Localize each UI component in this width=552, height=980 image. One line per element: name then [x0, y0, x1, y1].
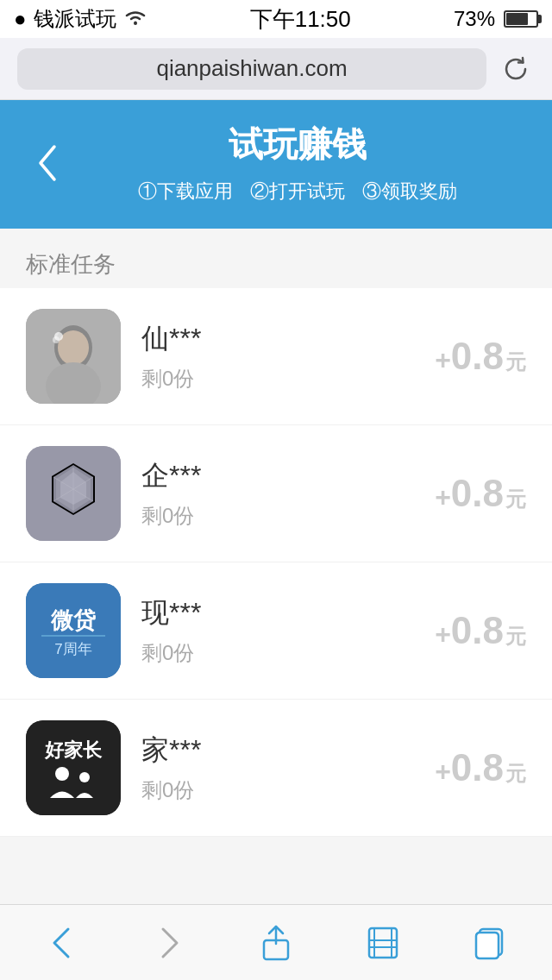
- svg-point-21: [55, 767, 69, 781]
- svg-rect-25: [374, 928, 392, 958]
- task-icon-wei: 微贷 7周年: [26, 583, 121, 678]
- task-name: 企***: [141, 457, 435, 495]
- header-title: 试玩赚钱: [229, 121, 367, 168]
- svg-text:7周年: 7周年: [54, 641, 91, 657]
- battery-percent: 73%: [454, 7, 495, 31]
- header-banner: 试玩赚钱 ①下载应用 ②打开试玩 ③领取奖励: [0, 100, 552, 229]
- svg-point-6: [53, 336, 60, 343]
- status-right: 73%: [454, 7, 538, 31]
- task-info: 仙*** 剩0份: [141, 320, 435, 393]
- task-remain: 剩0份: [141, 502, 435, 530]
- url-bar[interactable]: qianpaishiwan.com: [17, 48, 486, 90]
- reward-plus: +: [435, 344, 451, 376]
- task-icon-xian: [26, 309, 121, 404]
- status-bar: ● 钱派试玩 下午11:50 73%: [0, 0, 552, 38]
- task-remain: 剩0份: [141, 639, 435, 667]
- section-label: 标准任务: [0, 229, 552, 288]
- app-name-icon: ●: [14, 7, 27, 31]
- svg-rect-27: [476, 933, 499, 958]
- refresh-button[interactable]: [497, 50, 535, 88]
- svg-rect-19: [26, 720, 121, 815]
- reward-unit: 元: [505, 760, 526, 788]
- reward-unit: 元: [505, 623, 526, 650]
- task-info: 企*** 剩0份: [141, 457, 435, 530]
- url-text: qianpaishiwan.com: [156, 55, 347, 82]
- battery-icon: [504, 10, 538, 28]
- reward-plus: +: [435, 756, 451, 788]
- status-time: 下午11:50: [250, 4, 351, 35]
- task-list: 仙*** 剩0份 +0.8元: [0, 288, 552, 837]
- reward-unit: 元: [505, 349, 526, 376]
- wifi-icon: [123, 7, 147, 31]
- task-item[interactable]: 企*** 剩0份 +0.8元: [0, 425, 552, 562]
- task-item[interactable]: 仙*** 剩0份 +0.8元: [0, 288, 552, 425]
- svg-rect-17: [41, 635, 105, 637]
- status-left: ● 钱派试玩: [14, 5, 147, 33]
- task-reward: +0.8元: [435, 472, 526, 515]
- nav-bookmark-button[interactable]: [329, 905, 436, 981]
- reward-amount: 0.8: [451, 472, 504, 515]
- task-name: 家***: [141, 732, 435, 770]
- task-info: 家*** 剩0份: [141, 732, 435, 804]
- bottom-nav: [0, 904, 552, 980]
- svg-rect-24: [369, 928, 397, 958]
- nav-back-button[interactable]: [9, 905, 116, 981]
- svg-point-22: [79, 772, 90, 782]
- task-reward: +0.8元: [435, 609, 526, 652]
- task-name: 仙***: [141, 320, 435, 358]
- back-button[interactable]: [26, 141, 69, 185]
- task-remain: 剩0份: [141, 776, 435, 804]
- nav-share-button[interactable]: [223, 905, 329, 981]
- task-reward: +0.8元: [435, 335, 526, 378]
- svg-text:好家长: 好家长: [44, 739, 103, 761]
- reward-plus: +: [435, 619, 451, 650]
- reward-amount: 0.8: [451, 335, 504, 378]
- task-item[interactable]: 微贷 7周年 现*** 剩0份 +0.8元: [0, 562, 552, 700]
- reward-plus: +: [435, 481, 451, 513]
- step-3: ③领取奖励: [362, 179, 457, 204]
- task-icon-jia: 好家长: [26, 720, 121, 815]
- svg-point-0: [134, 22, 137, 25]
- header-content: 试玩赚钱 ①下载应用 ②打开试玩 ③领取奖励: [69, 121, 526, 204]
- nav-forward-button[interactable]: [116, 905, 223, 981]
- task-name: 现***: [141, 594, 435, 632]
- task-info: 现*** 剩0份: [141, 594, 435, 667]
- task-remain: 剩0份: [141, 365, 435, 393]
- task-icon-qi: [26, 446, 121, 541]
- app-name: 钱派试玩: [34, 5, 116, 33]
- step-2: ②打开试玩: [250, 179, 345, 204]
- svg-text:微贷: 微贷: [50, 607, 97, 633]
- task-item[interactable]: 好家长 家*** 剩0份 +0.8元: [0, 700, 552, 837]
- step-1: ①下载应用: [138, 179, 233, 204]
- main-content: 标准任务 仙***: [0, 229, 552, 913]
- task-reward: +0.8元: [435, 746, 526, 789]
- nav-tabs-button[interactable]: [436, 905, 543, 981]
- reward-unit: 元: [505, 486, 526, 513]
- header-steps: ①下载应用 ②打开试玩 ③领取奖励: [138, 179, 457, 204]
- browser-bar: qianpaishiwan.com: [0, 38, 552, 100]
- reward-amount: 0.8: [451, 609, 504, 652]
- reward-amount: 0.8: [451, 746, 504, 789]
